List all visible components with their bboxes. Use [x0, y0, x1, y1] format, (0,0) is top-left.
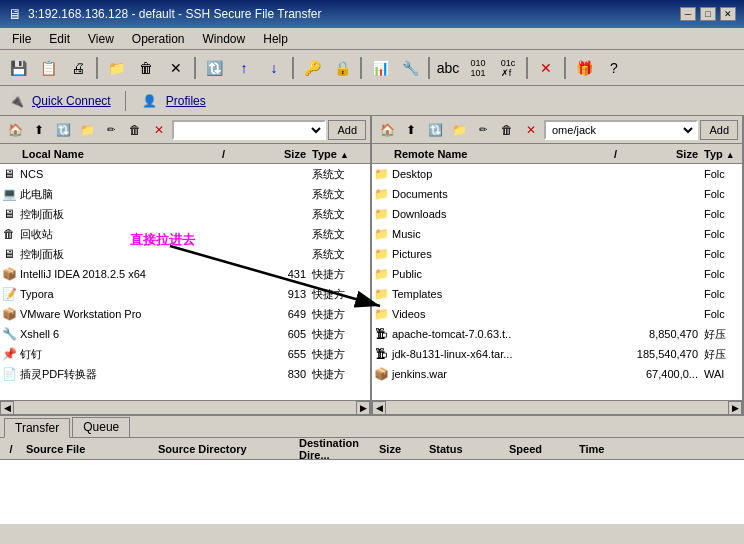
- list-item[interactable]: 📦 VMware Workstation Pro 649 快捷方: [0, 304, 370, 324]
- right-hscrollbar[interactable]: ◀ ▶: [372, 400, 742, 414]
- left-cancel-button[interactable]: ✕: [148, 119, 170, 141]
- list-item[interactable]: 🔧 Xshell 6 605 快捷方: [0, 324, 370, 344]
- left-file-list[interactable]: 🖥 NCS 系统文 💻 此电脑 系统文 🖥 控制面板 系统文 🗑 回收站 系统文…: [0, 164, 370, 400]
- transfer-col-srcdir[interactable]: Source Directory: [154, 443, 295, 455]
- left-refresh-button[interactable]: 🔃: [52, 119, 74, 141]
- list-item[interactable]: 💻 此电脑 系统文: [0, 184, 370, 204]
- list-item[interactable]: 📁 Documents Folc: [372, 184, 742, 204]
- cancel-toolbar-button[interactable]: ✕: [162, 55, 190, 81]
- key-toolbar-button[interactable]: 🔑: [298, 55, 326, 81]
- menu-operation[interactable]: Operation: [124, 30, 193, 48]
- list-item[interactable]: 📁 Templates Folc: [372, 284, 742, 304]
- list-item[interactable]: 📦 jenkins.war 67,400,0... WAI: [372, 364, 742, 384]
- right-scroll-track[interactable]: [386, 404, 728, 412]
- list-item[interactable]: 🗑 回收站 系统文: [0, 224, 370, 244]
- right-col-size[interactable]: Size: [632, 148, 702, 160]
- right-cancel-button[interactable]: ✕: [520, 119, 542, 141]
- list-item[interactable]: 📄 插灵PDF转换器 830 快捷方: [0, 364, 370, 384]
- right-delete-button[interactable]: 🗑: [496, 119, 518, 141]
- right-scroll-left-button[interactable]: ◀: [372, 401, 386, 415]
- right-up-button[interactable]: ⬆: [400, 119, 422, 141]
- transfer-col-speed[interactable]: Speed: [505, 443, 575, 455]
- transfer-col-source[interactable]: Source File: [22, 443, 154, 455]
- list-item[interactable]: 🖥 控制面板 系统文: [0, 204, 370, 224]
- refresh-toolbar-button[interactable]: 🔃: [200, 55, 228, 81]
- hex-toolbar-button[interactable]: 01c✗f: [494, 55, 522, 81]
- left-col-size[interactable]: Size: [240, 148, 310, 160]
- transfer-col-status[interactable]: Status: [425, 443, 505, 455]
- list-item[interactable]: 📁 Music Folc: [372, 224, 742, 244]
- close-button[interactable]: ✕: [720, 7, 736, 21]
- left-col-type[interactable]: Type ▲: [310, 148, 370, 160]
- save-toolbar-button[interactable]: 💾: [4, 55, 32, 81]
- minimize-button[interactable]: ─: [680, 7, 696, 21]
- left-home-button[interactable]: 🏠: [4, 119, 26, 141]
- lock-toolbar-button[interactable]: 🔒: [328, 55, 356, 81]
- delete-toolbar-button[interactable]: 🗑: [132, 55, 160, 81]
- left-up-button[interactable]: ⬆: [28, 119, 50, 141]
- transfer-col-size[interactable]: Size: [375, 443, 425, 455]
- menu-help[interactable]: Help: [255, 30, 296, 48]
- right-col-type[interactable]: Typ ▲: [702, 148, 742, 160]
- search-toolbar-button[interactable]: abc: [434, 55, 462, 81]
- file-icon: 🗑: [0, 225, 18, 243]
- list-item[interactable]: 🗜 jdk-8u131-linux-x64.tar... 185,540,470…: [372, 344, 742, 364]
- transfer-tab[interactable]: Transfer: [4, 418, 70, 438]
- download-toolbar-button[interactable]: ↓: [260, 55, 288, 81]
- menu-view[interactable]: View: [80, 30, 122, 48]
- close2-toolbar-button[interactable]: ✕: [532, 55, 560, 81]
- titlebar-left: 🖥 3:192.168.136.128 - default - SSH Secu…: [8, 6, 322, 22]
- left-scroll-right-button[interactable]: ▶: [356, 401, 370, 415]
- right-home-button[interactable]: 🏠: [376, 119, 398, 141]
- list-item[interactable]: 📁 Public Folc: [372, 264, 742, 284]
- num-toolbar-button[interactable]: 010101: [464, 55, 492, 81]
- left-col-name[interactable]: Local Name: [18, 148, 220, 160]
- chart-toolbar-button[interactable]: 📊: [366, 55, 394, 81]
- right-rename-button[interactable]: ✏: [472, 119, 494, 141]
- right-address-select[interactable]: ome/jack: [544, 120, 698, 140]
- list-item[interactable]: 📦 IntelliJ IDEA 2018.2.5 x64 431 快捷方: [0, 264, 370, 284]
- list-item[interactable]: 🖥 NCS 系统文: [0, 164, 370, 184]
- right-col-name[interactable]: Remote Name: [390, 148, 612, 160]
- transfer-col-arrow[interactable]: /: [0, 443, 22, 455]
- list-item[interactable]: 📁 Pictures Folc: [372, 244, 742, 264]
- quickconnect-bar: 🔌 Quick Connect 👤 Profiles: [0, 86, 744, 116]
- maximize-button[interactable]: □: [700, 7, 716, 21]
- list-item[interactable]: 📁 Downloads Folc: [372, 204, 742, 224]
- left-hscrollbar[interactable]: ◀ ▶: [0, 400, 370, 414]
- list-item[interactable]: 🖥 控制面板 系统文: [0, 244, 370, 264]
- list-item[interactable]: 📁 Desktop Folc: [372, 164, 742, 184]
- list-item[interactable]: 📁 Videos Folc: [372, 304, 742, 324]
- titlebar-controls[interactable]: ─ □ ✕: [680, 7, 736, 21]
- list-item[interactable]: 📌 钉钉 655 快捷方: [0, 344, 370, 364]
- menu-window[interactable]: Window: [195, 30, 254, 48]
- quickconnect-label[interactable]: Quick Connect: [32, 94, 111, 108]
- profiles-label[interactable]: Profiles: [166, 94, 206, 108]
- transfer-col-destdir[interactable]: Destination Dire...: [295, 438, 375, 461]
- gift-toolbar-button[interactable]: 🎁: [570, 55, 598, 81]
- transfer-col-time[interactable]: Time: [575, 443, 635, 455]
- left-scroll-left-button[interactable]: ◀: [0, 401, 14, 415]
- print-toolbar-button[interactable]: 🖨: [64, 55, 92, 81]
- right-file-list[interactable]: 📁 Desktop Folc 📁 Documents Folc 📁 Downlo…: [372, 164, 742, 400]
- menu-edit[interactable]: Edit: [41, 30, 78, 48]
- left-scroll-track[interactable]: [14, 404, 356, 412]
- right-refresh-button[interactable]: 🔃: [424, 119, 446, 141]
- queue-tab[interactable]: Queue: [72, 417, 130, 437]
- settings-toolbar-button[interactable]: 🔧: [396, 55, 424, 81]
- left-rename-button[interactable]: ✏: [100, 119, 122, 141]
- right-scroll-right-button[interactable]: ▶: [728, 401, 742, 415]
- folder-toolbar-button[interactable]: 📁: [102, 55, 130, 81]
- right-newfolder-button[interactable]: 📁: [448, 119, 470, 141]
- left-address-select[interactable]: [172, 120, 326, 140]
- upload-toolbar-button[interactable]: ↑: [230, 55, 258, 81]
- help-toolbar-button[interactable]: ?: [600, 55, 628, 81]
- right-add-button[interactable]: Add: [700, 120, 738, 140]
- left-newfolder-button[interactable]: 📁: [76, 119, 98, 141]
- left-delete-button[interactable]: 🗑: [124, 119, 146, 141]
- left-add-button[interactable]: Add: [328, 120, 366, 140]
- list-item[interactable]: 📝 Typora 913 快捷方: [0, 284, 370, 304]
- list-item[interactable]: 🗜 apache-tomcat-7.0.63.t.. 8,850,470 好压: [372, 324, 742, 344]
- copy-toolbar-button[interactable]: 📋: [34, 55, 62, 81]
- menu-file[interactable]: File: [4, 30, 39, 48]
